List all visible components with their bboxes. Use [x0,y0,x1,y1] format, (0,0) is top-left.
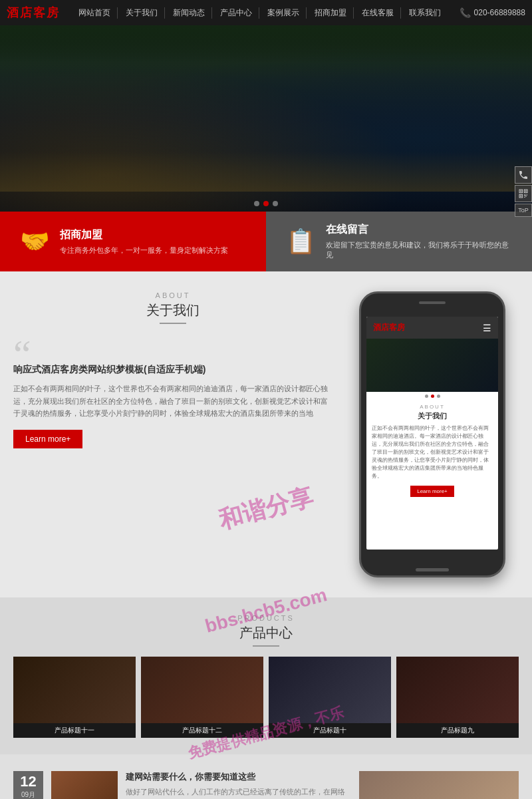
promo-join[interactable]: 🤝 招商加盟 专注商务外包多年，一对一服务，量身定制解决方案 [0,212,266,271]
hero-dot-1[interactable] [254,201,259,206]
news-list: 12 09月 建网站需要什么，你需要知道这些 做好了网站代什么，人们工作的方式已… [13,771,346,799]
side-buttons: ToP [515,166,532,217]
phone-dots [366,392,498,400]
phone-dot-2 [431,395,434,398]
nav-about[interactable]: 关于我们 [119,7,165,19]
join-desc: 专注商务外包多年，一对一服务，量身定制解决方案 [60,245,228,255]
svg-rect-8 [524,197,525,198]
message-desc: 欢迎留下您宝贵的意见和建议，我们将乐于于聆听您的意见 [326,240,512,260]
phone-logo: 酒店客房 [373,322,405,333]
phone-mockup-container: 酒店客房 ☰ ABOUT 关于我们 正如不会有两两相同的叶子，这个世界也不会有两… [346,291,519,577]
news-title-1[interactable]: 建网站需要什么，你需要知道这些 [126,771,346,783]
nav-join[interactable]: 招商加盟 [308,7,354,19]
product-image-1 [13,657,136,723]
phone-side-icon [518,170,529,180]
products-grid: 产品标题十一 产品标题十二 产品标题十 产品标题九 [13,657,519,738]
nav-home[interactable]: 网站首页 [72,7,118,19]
phone-dot-3 [437,395,440,398]
phone-screen: 酒店客房 ☰ ABOUT 关于我们 正如不会有两两相同的叶子，这个世界也不会有两… [366,317,498,550]
product-card-2[interactable]: 产品标题十二 [141,657,263,738]
learn-more-button[interactable]: Learn more+ [13,430,82,448]
nav-news[interactable]: 新闻动态 [166,7,212,19]
site-logo: 酒店客房 [7,5,60,21]
join-text: 招商加盟 专注商务外包多年，一对一服务，量身定制解决方案 [60,228,228,255]
phone-icon: 📞 [460,7,471,18]
promo-row: 🤝 招商加盟 专注商务外包多年，一对一服务，量身定制解决方案 📋 在线留言 欢迎… [0,212,532,271]
promo-message[interactable]: 📋 在线留言 欢迎留下您宝贵的意见和建议，我们将乐于于聆听您的意见 [266,212,532,271]
nav-products[interactable]: 产品中心 [213,7,259,19]
products-title: 产品中心 [13,624,519,647]
nav-cases[interactable]: 案例展示 [261,7,307,19]
message-title: 在线留言 [326,223,512,237]
news-month-1: 09月 [17,790,40,799]
hero-dots [254,201,278,206]
phone-menu-icon: ☰ [483,323,491,333]
nav-contact[interactable]: 联系我们 [402,7,448,19]
news-section: 12 09月 建网站需要什么，你需要知道这些 做好了网站代什么，人们工作的方式已… [0,754,532,799]
news-featured: 2018-09-12 网站维护对于企业来说具有哪些重要性 在互联网社会的当今您已… [359,771,519,799]
hero-dot-3[interactable] [273,201,278,206]
about-content: ABOUT 关于我们 “ 响应式酒店客房类网站织梦模板(自适应手机端) 正如不会… [13,291,332,577]
about-subtitle: 响应式酒店客房类网站织梦模板(自适应手机端) [13,364,332,376]
svg-rect-9 [525,196,526,196]
news-excerpt-1: 做好了网站代什么，人们工作的方式已经远离了传统的工作，在网络社会当今的网站就是一… [126,786,346,799]
news-featured-image [359,771,519,799]
products-section: PRODUCTS 产品中心 产品标题十一 产品标题十二 产品标题十 产品标题九 [0,597,532,754]
product-label-3: 产品标题十 [269,723,391,738]
news-day-1: 12 [17,774,40,789]
about-text: 正如不会有两两相同的叶子，这个世界也不会有两家相同的迪迪酒店，每一家酒店的设计都… [13,383,332,420]
product-label-4: 产品标题九 [396,723,519,738]
phone-header: 酒店客房 ☰ [366,317,498,339]
phone-dot-1 [425,395,428,398]
svg-rect-6 [524,194,525,196]
phone-mockup: 酒店客房 ☰ ABOUT 关于我们 正如不会有两两相同的叶子，这个世界也不会有两… [359,291,505,577]
nav-service[interactable]: 在线客服 [355,7,401,19]
about-title: 关于我们 [13,301,332,324]
product-card-4[interactable]: 产品标题九 [396,657,519,738]
phone-about-title: 关于我们 [366,411,498,421]
phone-learn-more: Learn more+ [410,486,454,497]
back-to-top-button[interactable]: ToP [515,204,532,217]
qr-icon [518,188,529,199]
hero-plants [0,25,532,79]
product-card-3[interactable]: 产品标题十 [269,657,391,738]
join-icon: 🤝 [20,228,50,255]
news-date-1: 12 09月 [13,771,43,799]
main-nav: 网站首页 关于我们 新闻动态 产品中心 案例展示 招商加盟 在线客服 联系我们 [72,7,448,19]
product-image-4 [396,657,519,723]
svg-rect-3 [525,190,527,192]
about-section: ABOUT 关于我们 “ 响应式酒店客房类网站织梦模板(自适应手机端) 正如不会… [0,271,532,597]
phone-hero-image [366,339,498,392]
svg-rect-5 [520,196,521,197]
header-phone: 📞 020-66889888 [460,7,525,18]
product-card-1[interactable]: 产品标题十一 [13,657,136,738]
hero-dot-2[interactable] [263,201,269,206]
hero-lights [0,152,532,192]
message-text: 在线留言 欢迎留下您宝贵的意见和建议，我们将乐于于聆听您的意见 [326,223,512,260]
message-icon: 📋 [286,228,316,255]
hero-banner [0,25,532,212]
product-image-3 [269,657,391,723]
news-item-1: 12 09月 建网站需要什么，你需要知道这些 做好了网站代什么，人们工作的方式已… [13,771,346,799]
phone-about-label: ABOUT [366,400,498,411]
about-label: ABOUT [13,291,332,299]
product-label-1: 产品标题十一 [13,723,136,738]
join-title: 招商加盟 [60,228,228,242]
news-text-1: 建网站需要什么，你需要知道这些 做好了网站代什么，人们工作的方式已经远离了传统的… [126,771,346,799]
phone-home-bar [416,568,449,571]
phone-about-text: 正如不会有两两相同的叶子，这个世界也不会有两家相同的迪迪酒店。每一家酒店的设计都… [366,424,498,480]
product-image-2 [141,657,263,723]
side-qr-button[interactable] [515,185,532,202]
side-phone-button[interactable] [515,166,532,184]
phone-speaker [419,301,446,304]
svg-rect-1 [520,190,521,192]
products-label: PRODUCTS [13,614,519,622]
header: 酒店客房 网站首页 关于我们 新闻动态 产品中心 案例展示 招商加盟 在线客服 … [0,0,532,25]
product-label-2: 产品标题十二 [141,723,263,738]
news-image-1 [51,771,118,799]
svg-rect-7 [527,194,527,195]
